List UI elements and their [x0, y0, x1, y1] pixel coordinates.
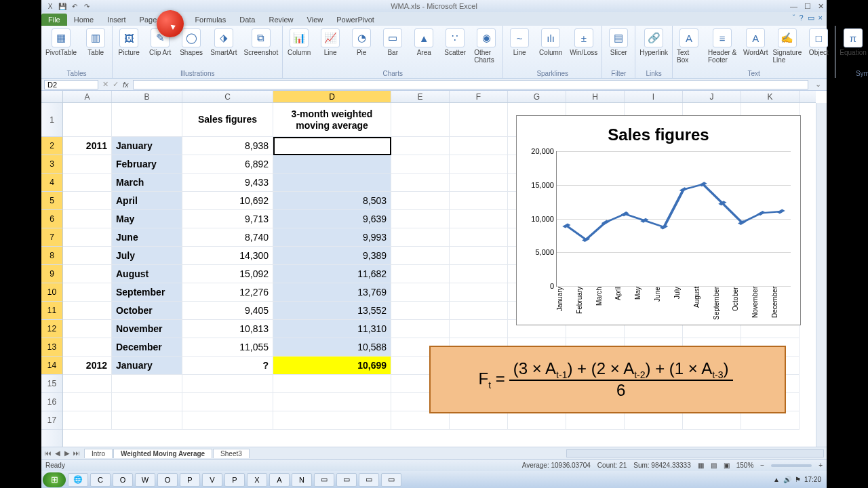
last-sheet-icon[interactable]: ⏭ — [73, 449, 81, 457]
help-icon[interactable]: ? — [799, 14, 803, 22]
undo-icon[interactable]: ↶ — [70, 1, 79, 11]
cell-D5[interactable]: 8,503 — [273, 192, 391, 210]
cell-B16[interactable] — [112, 393, 182, 411]
ribbon-smartart-button[interactable]: ⬗SmartArt — [210, 28, 237, 56]
ribbon-signatureline-button[interactable]: ✍Signature Line — [774, 28, 800, 64]
cell-F11[interactable] — [450, 302, 508, 320]
cell-C2[interactable]: 8,938 — [182, 137, 273, 155]
first-sheet-icon[interactable]: ⏮ — [44, 449, 52, 457]
taskbar-app[interactable]: X — [247, 473, 267, 487]
cell-D14[interactable]: 10,699 — [273, 357, 391, 375]
expand-formula-icon[interactable]: ⌄ — [812, 80, 824, 89]
cell-B6[interactable]: May — [112, 210, 182, 228]
taskbar-app[interactable]: O — [113, 473, 133, 487]
row-header-10[interactable]: 10 — [41, 283, 62, 302]
ribbon-column-button[interactable]: 📊Column — [287, 28, 311, 56]
cell-I17[interactable] — [625, 411, 683, 430]
cancel-icon[interactable]: ✕ — [102, 80, 108, 89]
col-header-J[interactable]: J — [683, 91, 741, 102]
ribbon-bar-button[interactable]: ▭Bar — [380, 28, 405, 56]
ribbon-wordart-button[interactable]: AWordArt — [743, 28, 768, 56]
cell-G17[interactable] — [508, 411, 566, 430]
close-button[interactable]: ✕ — [818, 2, 824, 11]
cell-F8[interactable] — [450, 247, 508, 265]
cell-D8[interactable]: 9,389 — [273, 247, 391, 265]
cell-D2[interactable] — [273, 137, 391, 155]
vertical-scrollbar[interactable] — [816, 103, 827, 447]
taskbar-app[interactable]: O — [157, 473, 178, 487]
cell-F12[interactable] — [450, 320, 508, 338]
cell-C5[interactable]: 10,692 — [182, 192, 273, 210]
embedded-chart[interactable]: Sales figures 05,00010,00015,00020,000 J… — [516, 115, 801, 325]
zoom-out-icon[interactable]: − — [760, 462, 764, 469]
cell-A7[interactable] — [63, 228, 112, 247]
ribbon-tab-review[interactable]: Review — [262, 14, 300, 26]
cell-A1[interactable] — [63, 103, 112, 137]
worksheet-grid[interactable]: ABCDEFGHIJK 1234567891011121314151617 Sa… — [41, 91, 827, 447]
cell-E4[interactable] — [391, 174, 450, 192]
cell-C11[interactable]: 9,405 — [182, 302, 273, 320]
cell-C1[interactable]: Sales figures — [182, 103, 273, 137]
ribbon-tab-data[interactable]: Data — [233, 14, 262, 26]
taskbar-app[interactable]: P — [180, 473, 200, 487]
cell-B5[interactable]: April — [112, 192, 182, 210]
ribbon-tab-home[interactable]: Home — [67, 14, 100, 26]
row-header-14[interactable]: 14 — [41, 357, 62, 375]
ribbon-othercharts-button[interactable]: ◉Other Charts — [474, 28, 498, 64]
cell-A10[interactable] — [63, 283, 112, 302]
row-header-4[interactable]: 4 — [41, 174, 62, 192]
ribbon-tab-powerpivot[interactable]: PowerPivot — [330, 14, 381, 26]
col-header-G[interactable]: G — [508, 91, 566, 102]
cell-C4[interactable]: 9,433 — [182, 174, 273, 192]
cell-C15[interactable] — [182, 375, 273, 393]
ribbon-pie-button[interactable]: ◔Pie — [349, 28, 374, 56]
row-header-16[interactable]: 16 — [41, 393, 62, 411]
redo-icon[interactable]: ↷ — [82, 1, 92, 11]
cell-H17[interactable] — [566, 411, 625, 430]
row-header-17[interactable]: 17 — [41, 411, 62, 430]
cell-C17[interactable] — [182, 411, 273, 430]
taskbar-app[interactable]: W — [135, 473, 155, 487]
prev-sheet-icon[interactable]: ◀ — [54, 449, 62, 457]
cell-F5[interactable] — [450, 192, 508, 210]
cell-E7[interactable] — [391, 228, 450, 247]
ribbon-picture-button[interactable]: 🖼Picture — [117, 28, 141, 56]
minimize-button[interactable]: — — [790, 2, 797, 11]
cell-A16[interactable] — [63, 393, 112, 411]
row-header-2[interactable]: 2 — [41, 137, 62, 155]
select-all-corner[interactable] — [41, 91, 63, 103]
ribbon-column-button[interactable]: ılıColumn — [538, 28, 563, 56]
cell-B17[interactable] — [112, 411, 182, 430]
ribbon-area-button[interactable]: ▲Area — [412, 28, 436, 56]
ribbon-tab-formulas[interactable]: Formulas — [188, 14, 233, 26]
row-header-5[interactable]: 5 — [41, 192, 62, 210]
system-tray[interactable]: ▲ 🔊 ⚑ 17:20 — [773, 476, 825, 483]
ribbon-tab-file[interactable]: File — [41, 14, 67, 26]
formula-bar[interactable] — [133, 80, 808, 89]
ribbon-winloss-button[interactable]: ±Win/Loss — [570, 28, 597, 56]
row-header-11[interactable]: 11 — [41, 302, 62, 320]
ribbon-table-button[interactable]: ▥Table — [83, 28, 108, 56]
cell-A9[interactable] — [63, 265, 112, 283]
col-header-I[interactable]: I — [625, 91, 683, 102]
cell-A14[interactable]: 2012 — [63, 357, 112, 375]
cell-D1[interactable]: 3-month weighted moving average — [273, 103, 391, 137]
cell-B11[interactable]: October — [112, 302, 182, 320]
row-header-7[interactable]: 7 — [41, 228, 62, 247]
cell-D4[interactable] — [273, 174, 391, 192]
cell-E6[interactable] — [391, 210, 450, 228]
row-header-9[interactable]: 9 — [41, 265, 62, 283]
cell-B9[interactable]: August — [112, 265, 182, 283]
name-box[interactable]: D2 — [44, 80, 98, 89]
save-icon[interactable]: 💾 — [58, 1, 67, 11]
sheet-tab[interactable]: Weighted Moving Average — [113, 449, 212, 458]
cell-B7[interactable]: June — [112, 228, 182, 247]
ribbon-line-button[interactable]: 📈Line — [318, 28, 342, 56]
tray-icon[interactable]: ▲ — [773, 476, 780, 483]
taskbar-app[interactable]: ▭ — [381, 473, 401, 487]
taskbar-app[interactable]: ▭ — [359, 473, 379, 487]
cell-B2[interactable]: January — [112, 137, 182, 155]
cell-E10[interactable] — [391, 283, 450, 302]
fx-icon[interactable]: fx — [123, 81, 129, 89]
ribbon-tab-view[interactable]: View — [300, 14, 330, 26]
